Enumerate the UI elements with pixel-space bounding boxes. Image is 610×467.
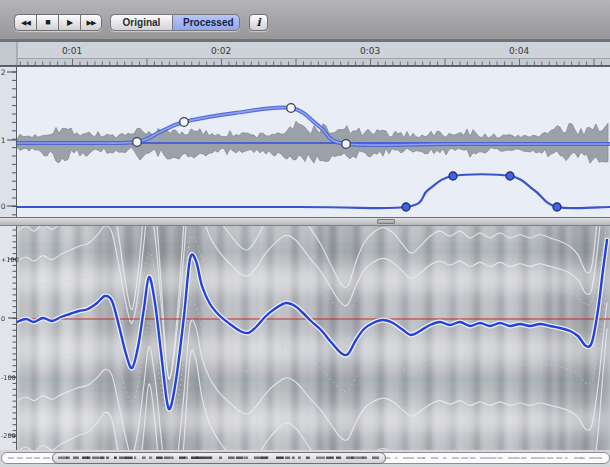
upper-scale-label: 1 <box>1 136 6 145</box>
lower-envelope-control-point[interactable] <box>449 172 457 180</box>
stop-button[interactable]: ■ <box>36 14 58 31</box>
play-button[interactable]: ▶ <box>58 14 80 31</box>
play-icon: ▶ <box>67 18 72 27</box>
gain-envelope-control-point[interactable] <box>287 104 296 113</box>
view-toggle: Original Processed <box>110 14 240 31</box>
bottom-scrollbar-area <box>0 450 610 467</box>
transport-controls: ◀◀ ■ ▶ ▶▶ <box>14 14 102 31</box>
lower-scale-label: -200 <box>1 432 16 440</box>
info-button[interactable]: i <box>249 14 268 31</box>
lower-envelope-control-point[interactable] <box>553 203 561 211</box>
upper-scale-label: 2 <box>1 68 6 77</box>
pitch-panel-canvas[interactable]: +1000-100-200 <box>0 226 610 450</box>
original-button[interactable]: Original <box>110 14 172 31</box>
processed-button[interactable]: Processed <box>172 14 240 31</box>
lower-scale-label: -100 <box>1 374 16 382</box>
lower-envelope-control-point[interactable] <box>506 172 514 180</box>
envelope-panel-canvas[interactable]: 210 <box>0 66 610 217</box>
lower-scale-label: +100 <box>1 256 19 264</box>
upper-scale-label: 0 <box>1 202 6 211</box>
time-ruler-canvas[interactable]: 0:010:020:030:04 <box>0 39 610 66</box>
splitter-grip[interactable] <box>377 219 395 224</box>
time-ruler[interactable]: 0:010:020:030:04 <box>0 39 610 66</box>
lower-envelope-control-point[interactable] <box>402 203 410 211</box>
toolbar: ◀◀ ■ ▶ ▶▶ Original Processed i <box>0 0 610 39</box>
rewind-icon: ◀◀ <box>21 19 30 26</box>
audio-editor-window: ◀◀ ■ ▶ ▶▶ Original Processed i 0:010:020… <box>0 0 610 467</box>
panel-splitter[interactable] <box>0 217 610 226</box>
envelope-panel[interactable]: 210 <box>0 66 610 217</box>
rewind-button[interactable]: ◀◀ <box>14 14 36 31</box>
lower-scale-label: 0 <box>1 315 5 323</box>
ruler-time-label: 0:02 <box>211 46 231 56</box>
gain-envelope-control-point[interactable] <box>133 138 142 147</box>
ruler-time-label: 0:04 <box>509 46 529 56</box>
fast-forward-button[interactable]: ▶▶ <box>80 14 102 31</box>
ruler-time-label: 0:01 <box>62 46 82 56</box>
pitch-panel[interactable]: +1000-100-200 <box>0 226 610 450</box>
ruler-time-label: 0:03 <box>360 46 380 56</box>
fast-forward-icon: ▶▶ <box>87 19 96 26</box>
stop-icon: ■ <box>45 17 49 27</box>
gain-envelope-control-point[interactable] <box>342 140 351 149</box>
gain-envelope-control-point[interactable] <box>180 118 189 127</box>
scrollbar-canvas <box>0 450 610 467</box>
